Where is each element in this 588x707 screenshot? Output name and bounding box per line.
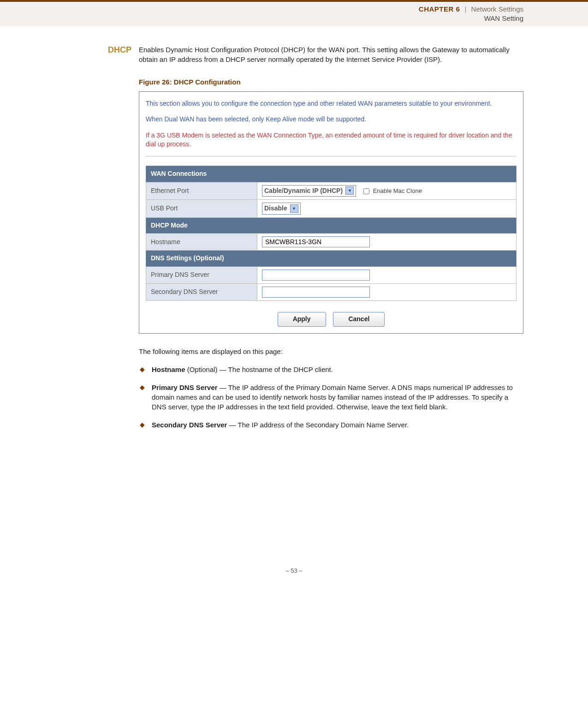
header-dhcp-mode: DHCP Mode xyxy=(146,217,517,234)
apply-button[interactable]: Apply xyxy=(278,312,326,327)
section-label-dhcp: DHCP xyxy=(65,45,131,55)
config-screenshot: This section allows you to configure the… xyxy=(139,91,523,334)
chapter-label: CHAPTER 6 xyxy=(419,5,460,13)
intro-paragraph: Enables Dynamic Host Configuration Proto… xyxy=(139,45,523,64)
usb-select[interactable]: Disable ▾ xyxy=(262,203,301,215)
primary-dns-input[interactable] xyxy=(262,270,370,281)
divider-line xyxy=(146,156,517,156)
row-label-hostname: Hostname xyxy=(146,234,257,251)
items-intro: The following items are displayed on thi… xyxy=(139,347,523,356)
header-divider: | xyxy=(465,5,467,13)
chapter-small: C xyxy=(419,5,424,13)
usb-select-value: Disable xyxy=(264,204,287,213)
mac-clone-label: Enable Mac Clone xyxy=(373,187,422,194)
row-label-usb: USB Port xyxy=(146,200,257,218)
mac-clone-wrap: Enable Mac Clone xyxy=(362,187,422,194)
row-label-ethernet: Ethernet Port xyxy=(146,182,257,200)
header-wan-connections: WAN Connections xyxy=(146,166,517,182)
hostname-input[interactable] xyxy=(262,236,370,247)
chevron-down-icon: ▾ xyxy=(290,204,298,213)
page-footer: – 53 – xyxy=(0,567,588,583)
warning-text: If a 3G USB Modem is selected as the WAN… xyxy=(146,131,517,149)
cancel-button[interactable]: Cancel xyxy=(333,312,385,327)
page-content: DHCP Enables Dynamic Host Configuration … xyxy=(0,26,588,447)
list-item: Primary DNS Server — The IP address of t… xyxy=(139,383,523,412)
item-hostname-bold: Hostname xyxy=(152,365,185,373)
info-text-1: This section allows you to configure the… xyxy=(146,99,517,108)
list-item: Secondary DNS Server — The IP address of… xyxy=(139,420,523,430)
row-label-primary-dns: Primary DNS Server xyxy=(146,267,257,284)
header-band: CHAPTER 6 | Network Settings WAN Setting xyxy=(0,2,588,26)
ethernet-select[interactable]: Cable/Dynamic IP (DHCP) ▾ xyxy=(262,185,356,197)
figure-caption: Figure 26: DHCP Configuration xyxy=(139,77,523,87)
list-item: Hostname (Optional) — The hostname of th… xyxy=(139,365,523,374)
header-subtitle: WAN Setting xyxy=(0,14,523,23)
chapter-rest: HAPTER 6 xyxy=(424,5,460,13)
item-primary-dns-bold: Primary DNS Server xyxy=(152,383,218,391)
secondary-dns-input[interactable] xyxy=(262,287,370,298)
info-text-2: When Dual WAN has been selected, only Ke… xyxy=(146,115,517,124)
mac-clone-checkbox[interactable] xyxy=(363,188,369,194)
items-list: Hostname (Optional) — The hostname of th… xyxy=(139,365,523,430)
item-hostname-text: (Optional) — The hostname of the DHCP cl… xyxy=(185,365,333,373)
ethernet-select-value: Cable/Dynamic IP (DHCP) xyxy=(264,186,343,196)
config-table: WAN Connections Ethernet Port Cable/Dyna… xyxy=(146,166,517,301)
row-label-secondary-dns: Secondary DNS Server xyxy=(146,284,257,301)
chevron-down-icon: ▾ xyxy=(345,186,354,195)
header-title: Network Settings xyxy=(471,5,523,13)
item-secondary-dns-bold: Secondary DNS Server xyxy=(152,421,227,429)
button-row: Apply Cancel xyxy=(146,312,517,327)
item-secondary-dns-text: — The IP address of the Secondary Domain… xyxy=(227,421,409,429)
header-dns-settings: DNS Settings (Optional) xyxy=(146,251,517,267)
